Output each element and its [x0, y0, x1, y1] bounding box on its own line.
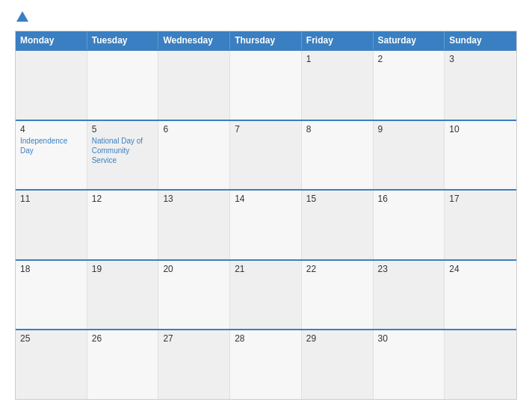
- day-number: 11: [20, 194, 82, 204]
- calendar-cell: 13: [158, 191, 230, 259]
- calendar-cell: 2: [374, 51, 445, 120]
- calendar-cell: 18: [16, 261, 87, 330]
- calendar-cell: [87, 51, 159, 120]
- day-number: 22: [306, 264, 368, 274]
- calendar-cell: 21: [230, 261, 302, 330]
- calendar-cell: 26: [87, 330, 159, 399]
- calendar-cell: 30: [374, 330, 445, 399]
- calendar-cell: 29: [302, 330, 374, 399]
- day-number: 30: [378, 333, 440, 344]
- event-label: Independence Day: [20, 136, 82, 155]
- day-number: 15: [306, 194, 368, 204]
- day-number: 10: [449, 124, 512, 135]
- day-number: 12: [92, 194, 154, 204]
- day-number: 2: [378, 54, 440, 64]
- calendar-week-3: 11121314151617: [16, 189, 516, 259]
- calendar-cell: 19: [87, 261, 159, 330]
- calendar-week-4: 18192021222324: [16, 259, 516, 330]
- day-number: 5: [92, 124, 154, 135]
- day-number: 23: [378, 264, 440, 274]
- logo: [15, 11, 28, 22]
- calendar-cell: 22: [302, 261, 374, 330]
- calendar-cell: 28: [230, 330, 302, 399]
- calendar-page: MondayTuesdayWednesdayThursdayFridaySatu…: [0, 0, 532, 411]
- day-number: 19: [92, 264, 154, 274]
- weekday-header-thursday: Thursday: [230, 31, 302, 49]
- calendar-cell: 20: [158, 261, 230, 330]
- weekday-header-sunday: Sunday: [445, 31, 516, 49]
- calendar-cell: [158, 51, 230, 120]
- day-number: 28: [235, 333, 297, 344]
- calendar-cell: 14: [230, 191, 302, 259]
- calendar-weekday-header: MondayTuesdayWednesdayThursdayFridaySatu…: [16, 31, 516, 49]
- calendar-cell: 25: [16, 330, 87, 399]
- day-number: 14: [235, 194, 297, 204]
- calendar-cell: [445, 330, 516, 399]
- day-number: 20: [163, 264, 225, 274]
- calendar-cell: 1: [302, 51, 374, 120]
- day-number: 8: [306, 124, 368, 135]
- calendar-cell: 16: [374, 191, 445, 259]
- calendar-cell: 17: [445, 191, 516, 259]
- day-number: 4: [20, 124, 82, 135]
- calendar-cell: 24: [445, 261, 516, 330]
- weekday-header-wednesday: Wednesday: [158, 31, 230, 49]
- day-number: 17: [449, 194, 512, 204]
- calendar-grid: MondayTuesdayWednesdayThursdayFridaySatu…: [15, 31, 517, 400]
- event-label: National Day of Community Service: [92, 136, 154, 165]
- day-number: 24: [449, 264, 512, 274]
- calendar-week-2: 4Independence Day5National Day of Commun…: [16, 120, 516, 190]
- calendar-week-5: 252627282930: [16, 329, 516, 399]
- calendar-header: [15, 11, 517, 22]
- day-number: 27: [163, 333, 225, 344]
- calendar-cell: 15: [302, 191, 374, 259]
- weekday-header-saturday: Saturday: [374, 31, 445, 49]
- calendar-cell: 7: [230, 121, 302, 190]
- day-number: 7: [235, 124, 297, 135]
- calendar-cell: 5National Day of Community Service: [87, 121, 159, 190]
- calendar-cell: 4Independence Day: [16, 121, 87, 190]
- day-number: 29: [306, 333, 368, 344]
- day-number: 6: [163, 124, 225, 135]
- calendar-cell: 11: [16, 191, 87, 259]
- calendar-cell: 9: [374, 121, 445, 190]
- calendar-cell: 12: [87, 191, 159, 259]
- day-number: 18: [20, 264, 82, 274]
- day-number: 9: [378, 124, 440, 135]
- calendar-cell: [230, 51, 302, 120]
- weekday-header-tuesday: Tuesday: [87, 31, 159, 49]
- calendar-week-1: 123: [16, 49, 516, 120]
- day-number: 21: [235, 264, 297, 274]
- day-number: 13: [163, 194, 225, 204]
- weekday-header-monday: Monday: [16, 31, 87, 49]
- weekday-header-friday: Friday: [302, 31, 374, 49]
- day-number: 3: [449, 54, 512, 64]
- day-number: 26: [92, 333, 154, 344]
- calendar-cell: 10: [445, 121, 516, 190]
- calendar-cell: 8: [302, 121, 374, 190]
- day-number: 1: [306, 54, 368, 64]
- calendar-cell: 27: [158, 330, 230, 399]
- logo-triangle-icon: [16, 11, 28, 22]
- day-number: 16: [378, 194, 440, 204]
- calendar-body: 1234Independence Day5National Day of Com…: [16, 49, 516, 399]
- calendar-cell: 3: [445, 51, 516, 120]
- calendar-cell: 6: [158, 121, 230, 190]
- day-number: 25: [20, 333, 82, 344]
- calendar-cell: [16, 51, 87, 120]
- calendar-cell: 23: [374, 261, 445, 330]
